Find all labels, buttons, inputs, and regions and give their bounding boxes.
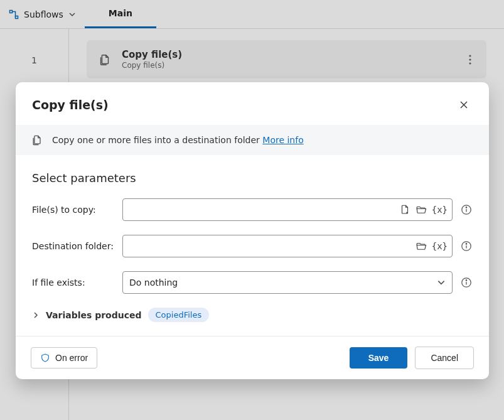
input-action-icons: {x}: [399, 204, 448, 215]
close-icon: [459, 100, 469, 110]
on-error-label: On error: [55, 353, 88, 363]
destination-folder-label: Destination folder:: [32, 241, 115, 251]
copy-files-dialog: Copy file(s) Copy one or more files into…: [16, 82, 489, 379]
variable-picker-icon[interactable]: {x}: [432, 241, 448, 251]
destination-folder-input[interactable]: [122, 235, 453, 257]
copy-files-icon: [31, 134, 43, 146]
if-file-exists-select[interactable]: Do nothing: [122, 271, 453, 294]
svg-point-10: [466, 244, 466, 244]
close-button[interactable]: [455, 96, 473, 114]
variable-picker-icon[interactable]: {x}: [432, 205, 448, 215]
field-destination-folder: Destination folder: {x}: [32, 235, 473, 257]
if-file-exists-label: If file exists:: [32, 277, 115, 288]
field-info-button[interactable]: [460, 276, 473, 289]
browse-folder-icon[interactable]: [416, 240, 427, 252]
chevron-right-icon[interactable]: [32, 311, 40, 319]
select-value: Do nothing: [129, 277, 178, 288]
variables-produced-row: Variables produced CopiedFiles: [32, 308, 473, 322]
shield-icon: [40, 353, 50, 363]
field-info-button[interactable]: [460, 240, 473, 252]
section-heading: Select parameters: [32, 171, 473, 185]
field-if-file-exists: If file exists: Do nothing: [32, 271, 473, 294]
dialog-info-text: Copy one or more files into a destinatio…: [52, 135, 304, 145]
variable-chip[interactable]: CopiedFiles: [148, 308, 210, 322]
dialog-header: Copy file(s): [16, 82, 489, 125]
select-file-icon[interactable]: [399, 204, 410, 215]
variables-produced-label[interactable]: Variables produced: [46, 310, 142, 320]
on-error-button[interactable]: On error: [31, 347, 97, 369]
dialog-title: Copy file(s): [32, 98, 109, 112]
svg-point-7: [466, 207, 466, 208]
dialog-info-strip: Copy one or more files into a destinatio…: [16, 125, 489, 155]
more-info-link[interactable]: More info: [262, 135, 303, 145]
save-button[interactable]: Save: [350, 347, 408, 369]
dialog-body: Select parameters File(s) to copy:: [16, 155, 489, 336]
svg-point-13: [466, 280, 466, 281]
field-info-button[interactable]: [460, 203, 473, 216]
cancel-button[interactable]: Cancel: [415, 347, 474, 369]
dialog-footer: On error Save Cancel: [16, 336, 489, 379]
input-action-icons: {x}: [416, 240, 448, 252]
browse-folder-icon[interactable]: [416, 204, 427, 215]
chevron-down-icon: [437, 278, 446, 287]
files-to-copy-label: File(s) to copy:: [32, 205, 115, 215]
field-files-to-copy: File(s) to copy: {x}: [32, 198, 473, 221]
